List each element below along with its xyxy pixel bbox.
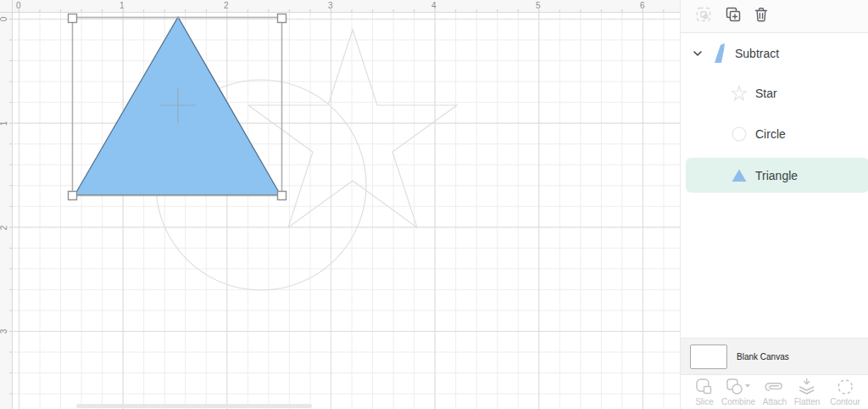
ruler-h-label: 5 xyxy=(536,1,541,10)
layer-label: Star xyxy=(755,87,777,100)
slice-icon xyxy=(694,378,715,396)
ruler-corner xyxy=(0,0,13,13)
ruler-h-label: 2 xyxy=(224,1,229,10)
ruler-v-label: 2 xyxy=(0,226,8,231)
selection-handle-top-left[interactable] xyxy=(69,14,77,23)
action-label: Slice xyxy=(694,397,715,406)
ruler-h-label: 6 xyxy=(640,1,645,10)
ruler-v-label: 3 xyxy=(0,329,8,334)
ruler-h-label: 0 xyxy=(16,1,21,10)
chevron-down-icon[interactable] xyxy=(692,48,704,59)
ruler-v-label: 1 xyxy=(0,121,8,126)
horizontal-scrollbar[interactable] xyxy=(76,404,312,408)
combine-button[interactable]: Combine xyxy=(721,378,755,406)
ruler-h-label: 4 xyxy=(431,1,437,10)
canvas-color-swatch[interactable] xyxy=(690,345,727,369)
shape-layer xyxy=(0,0,680,409)
action-label: Combine xyxy=(721,397,755,406)
bottom-action-bar: Slice Combine Attach xyxy=(681,374,868,409)
contour-icon xyxy=(830,378,860,396)
duplicate-icon[interactable] xyxy=(725,6,742,23)
ruler-h-label: 3 xyxy=(328,1,333,10)
layer-row-triangle[interactable]: Triangle xyxy=(686,158,868,193)
flatten-button[interactable]: Flatten xyxy=(794,378,821,406)
flatten-icon xyxy=(794,378,821,396)
attach-icon xyxy=(763,378,787,396)
trash-icon[interactable] xyxy=(753,6,770,23)
vertical-ruler xyxy=(0,13,13,409)
ruler-h-label: 1 xyxy=(120,1,125,10)
selection-handle-bottom-right[interactable] xyxy=(278,192,287,200)
slice-button[interactable]: Slice xyxy=(694,378,715,406)
layer-group-label: Subtract xyxy=(735,47,779,60)
attach-button[interactable]: Attach xyxy=(763,378,787,406)
layer-group-row-subtract[interactable]: Subtract xyxy=(681,37,868,70)
design-canvas[interactable]: 0 1 2 3 4 5 6 0 1 2 3 xyxy=(0,0,680,409)
contour-button[interactable]: Contour xyxy=(830,378,860,406)
layer-row-circle[interactable]: Circle xyxy=(681,118,868,150)
selection-handle-bottom-left[interactable] xyxy=(69,192,77,200)
layer-row-star[interactable]: Star xyxy=(681,77,868,109)
layers-panel: Subtract Star Circle xyxy=(680,0,868,409)
layers-toolbar xyxy=(681,0,868,33)
layer-label: Circle xyxy=(755,127,786,141)
ruler-v-label: 0 xyxy=(0,17,8,22)
star-outline-icon xyxy=(731,85,748,102)
subtract-result-icon xyxy=(711,42,728,64)
circle-outline-icon xyxy=(731,126,748,143)
horizontal-ruler xyxy=(13,0,680,13)
combine-icon xyxy=(721,378,755,396)
blank-canvas-row[interactable]: Blank Canvas xyxy=(681,338,868,374)
action-label: Contour xyxy=(830,397,860,406)
selection-handle-top-right[interactable] xyxy=(278,14,287,23)
action-label: Flatten xyxy=(794,397,821,406)
blank-canvas-label: Blank Canvas xyxy=(737,352,789,361)
design-app-window: 0 1 2 3 4 5 6 0 1 2 3 xyxy=(0,0,868,409)
select-group-icon[interactable] xyxy=(695,6,712,23)
triangle-filled-icon xyxy=(731,167,748,184)
action-label: Attach xyxy=(763,397,787,406)
layer-label: Triangle xyxy=(755,169,798,182)
